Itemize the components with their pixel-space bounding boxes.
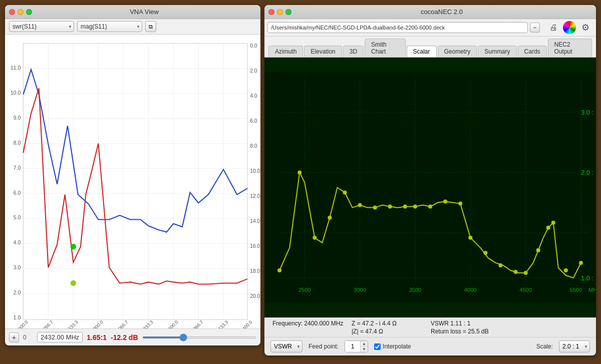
- feedpoint-input[interactable]: [345, 341, 360, 352]
- left-toolbar: swr(S11) mag(S11) ⧉: [5, 19, 260, 35]
- left-window-title: VNA View: [32, 8, 256, 16]
- svg-point-85: [443, 200, 447, 204]
- svg-text:3333.3: 3333.3: [140, 319, 154, 328]
- path-input[interactable]: [267, 22, 528, 33]
- svg-point-76: [313, 236, 317, 240]
- right-maximize-button[interactable]: [285, 9, 291, 15]
- svg-text:3000: 3000: [354, 287, 366, 293]
- svg-rect-53: [264, 72, 596, 303]
- svg-point-95: [564, 268, 568, 272]
- mag-select-wrapper[interactable]: mag(S11): [77, 21, 142, 32]
- interpolate-label: Interpolate: [383, 343, 411, 350]
- svg-text:12.0: 12.0: [250, 193, 260, 199]
- svg-text:6.0: 6.0: [250, 118, 257, 124]
- tab-smith-chart[interactable]: Smith Chart: [365, 39, 405, 57]
- left-chart-svg: 1.0 2.0 3.0 4.0 5.0 6.0 7.0 8.0 9.0 10.0…: [5, 35, 260, 328]
- frequency-slider[interactable]: [142, 336, 257, 338]
- swr-select[interactable]: swr(S11): [9, 21, 74, 32]
- color-button[interactable]: [563, 21, 576, 34]
- vswr-info: VSWR 1.11 : 1: [431, 320, 509, 327]
- svg-text:3.0 : 1: 3.0 : 1: [581, 109, 596, 116]
- feedpoint-arrows: ▲ ▼: [360, 341, 368, 352]
- right-titlebar: cocoaNEC 2.0: [264, 5, 596, 19]
- svg-text:5.0: 5.0: [14, 215, 21, 220]
- svg-text:1.0 : 1: 1.0 : 1: [581, 274, 596, 282]
- feedpoint-down-arrow[interactable]: ▼: [361, 346, 368, 352]
- slider-container: [142, 336, 257, 338]
- svg-text:8.0: 8.0: [250, 143, 257, 149]
- scale-select-wrapper[interactable]: 2.0 : 1: [559, 340, 590, 352]
- frequency-counter: 0: [23, 334, 33, 341]
- window-buttons: [9, 9, 32, 15]
- tabs-bar: Azimuth Elevation 3D Smith Chart Scalar …: [264, 37, 596, 58]
- detach-button[interactable]: ⧉: [145, 21, 156, 32]
- svg-text:10.0: 10.0: [250, 168, 260, 174]
- svg-text:4133.3: 4133.3: [215, 319, 229, 328]
- svg-point-83: [413, 205, 417, 209]
- svg-text:5500: 5500: [570, 287, 582, 293]
- interpolate-checkbox[interactable]: [374, 343, 381, 350]
- vswr-select-wrapper[interactable]: VSWR: [270, 340, 303, 352]
- svg-text:1.0: 1.0: [14, 315, 21, 320]
- svg-point-74: [277, 268, 281, 272]
- mag-select[interactable]: mag(S11): [77, 21, 142, 32]
- svg-text:0.0: 0.0: [250, 43, 257, 49]
- svg-text:6.0: 6.0: [14, 190, 21, 196]
- svg-text:2.0: 2.0: [250, 68, 257, 74]
- tab-summary[interactable]: Summary: [478, 46, 516, 57]
- maximize-button[interactable]: [26, 9, 32, 15]
- svg-point-81: [388, 205, 392, 209]
- z-info: Z = 47.2 - i 4.4 Ω: [352, 320, 430, 327]
- scale-select[interactable]: 2.0 : 1: [559, 340, 590, 352]
- close-button[interactable]: [9, 9, 15, 15]
- feedpoint-up-arrow[interactable]: ▲: [361, 341, 368, 346]
- print-button[interactable]: 🖨: [547, 21, 560, 34]
- svg-point-78: [343, 191, 347, 195]
- svg-point-77: [328, 216, 332, 220]
- svg-point-82: [403, 205, 407, 209]
- svg-text:3866.7: 3866.7: [190, 319, 204, 328]
- svg-text:2.0: 2.0: [14, 290, 21, 295]
- svg-text:2000.0: 2000.0: [16, 319, 29, 328]
- tab-cards[interactable]: Cards: [518, 46, 547, 57]
- right-window-buttons: [268, 9, 291, 15]
- svg-point-92: [536, 248, 540, 252]
- svg-point-91: [524, 271, 528, 275]
- settings-button[interactable]: ⚙: [579, 21, 592, 34]
- svg-point-87: [468, 236, 472, 240]
- tab-nec2-output[interactable]: NEC2 Output: [548, 39, 592, 57]
- svg-text:2500: 2500: [298, 287, 311, 293]
- svg-point-93: [546, 226, 550, 230]
- path-minus-button[interactable]: −: [530, 23, 540, 33]
- feedpoint-input-wrapper[interactable]: ▲ ▼: [345, 340, 368, 352]
- scalar-chart: 3.0 : 1 2.0 : 1 1.0 : 1 2500 3000 3500 4…: [264, 58, 596, 317]
- svg-point-96: [579, 261, 583, 265]
- add-button[interactable]: +: [9, 332, 19, 342]
- right-top-toolbar: − 🖨 ⚙: [264, 19, 596, 37]
- svg-point-84: [428, 205, 432, 209]
- path-bar: −: [264, 20, 543, 35]
- svg-point-90: [514, 270, 518, 274]
- svg-text:3600.0: 3600.0: [165, 319, 179, 328]
- svg-point-94: [551, 221, 555, 225]
- svg-text:3500: 3500: [409, 287, 422, 293]
- scalar-chart-svg: 3.0 : 1 2.0 : 1 1.0 : 1 2500 3000 3500 4…: [264, 58, 596, 317]
- svg-text:16.0: 16.0: [250, 243, 260, 249]
- svg-text:4.0: 4.0: [250, 93, 257, 99]
- vswr-select[interactable]: VSWR: [270, 340, 303, 352]
- minimize-button[interactable]: [18, 9, 24, 15]
- svg-text:2.0 : 1: 2.0 : 1: [581, 169, 596, 176]
- svg-point-52: [71, 280, 76, 285]
- right-close-button[interactable]: [268, 9, 274, 15]
- tab-scalar[interactable]: Scalar: [407, 46, 437, 57]
- db-value: -12.2 dB: [111, 333, 138, 341]
- right-panel: cocoaNEC 2.0 − 🖨 ⚙ Azimuth Elevation 3D …: [264, 5, 596, 355]
- tab-3d[interactable]: 3D: [343, 46, 364, 57]
- swr-select-wrapper[interactable]: swr(S11): [9, 21, 74, 32]
- right-minimize-button[interactable]: [277, 9, 283, 15]
- tab-elevation[interactable]: Elevation: [304, 46, 342, 57]
- tab-geometry[interactable]: Geometry: [438, 46, 477, 57]
- tab-azimuth[interactable]: Azimuth: [268, 46, 303, 57]
- interpolate-wrapper[interactable]: Interpolate: [374, 343, 411, 350]
- right-window-title: cocoaNEC 2.0: [291, 8, 592, 16]
